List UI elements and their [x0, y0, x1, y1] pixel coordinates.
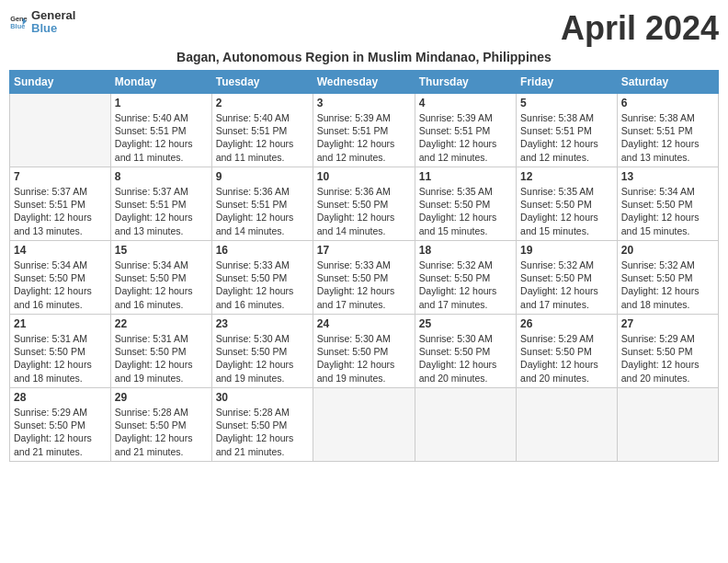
day-number: 9 — [216, 170, 309, 183]
day-info: Sunrise: 5:31 AM Sunset: 5:50 PM Dayligh… — [115, 332, 208, 385]
day-info: Sunrise: 5:40 AM Sunset: 5:51 PM Dayligh… — [216, 111, 309, 164]
day-number: 21 — [14, 317, 107, 330]
day-info: Sunrise: 5:37 AM Sunset: 5:51 PM Dayligh… — [14, 185, 107, 237]
day-info: Sunrise: 5:38 AM Sunset: 5:51 PM Dayligh… — [621, 111, 714, 164]
day-number: 27 — [621, 317, 714, 330]
day-info: Sunrise: 5:33 AM Sunset: 5:50 PM Dayligh… — [317, 259, 411, 311]
table-row — [10, 94, 111, 167]
month-title: April 2024 — [561, 9, 719, 48]
col-sunday: Sunday — [10, 71, 111, 94]
day-number: 23 — [216, 317, 309, 330]
table-row: 23Sunrise: 5:30 AM Sunset: 5:50 PM Dayli… — [211, 315, 313, 388]
calendar-table: Sunday Monday Tuesday Wednesday Thursday… — [9, 70, 719, 462]
page-subtitle: Bagan, Autonomous Region in Muslim Minda… — [9, 50, 719, 64]
calendar-header-row: Sunday Monday Tuesday Wednesday Thursday… — [10, 71, 719, 94]
table-row — [517, 388, 618, 462]
day-number: 13 — [621, 170, 714, 183]
calendar-week-row: 1Sunrise: 5:40 AM Sunset: 5:51 PM Daylig… — [10, 94, 719, 167]
logo-icon: General Blue — [9, 13, 28, 31]
table-row: 7Sunrise: 5:37 AM Sunset: 5:51 PM Daylig… — [10, 167, 111, 241]
day-info: Sunrise: 5:35 AM Sunset: 5:50 PM Dayligh… — [520, 185, 613, 237]
day-number: 18 — [419, 244, 512, 257]
day-number: 24 — [317, 317, 411, 330]
day-info: Sunrise: 5:39 AM Sunset: 5:51 PM Dayligh… — [419, 111, 512, 164]
day-info: Sunrise: 5:39 AM Sunset: 5:51 PM Dayligh… — [317, 111, 411, 164]
table-row: 21Sunrise: 5:31 AM Sunset: 5:50 PM Dayli… — [10, 315, 111, 388]
day-info: Sunrise: 5:38 AM Sunset: 5:51 PM Dayligh… — [520, 111, 613, 164]
day-number: 2 — [216, 97, 309, 109]
day-number: 7 — [14, 170, 107, 183]
calendar-week-row: 7Sunrise: 5:37 AM Sunset: 5:51 PM Daylig… — [10, 167, 719, 241]
table-row: 2Sunrise: 5:40 AM Sunset: 5:51 PM Daylig… — [211, 94, 313, 167]
table-row: 12Sunrise: 5:35 AM Sunset: 5:50 PM Dayli… — [517, 167, 618, 241]
day-number: 14 — [14, 244, 107, 257]
day-number: 11 — [419, 170, 512, 183]
day-number: 12 — [520, 170, 613, 183]
day-number: 4 — [419, 97, 512, 109]
day-number: 28 — [14, 391, 107, 404]
table-row: 25Sunrise: 5:30 AM Sunset: 5:50 PM Dayli… — [415, 315, 516, 388]
calendar-week-row: 28Sunrise: 5:29 AM Sunset: 5:50 PM Dayli… — [10, 388, 719, 462]
table-row — [617, 388, 718, 462]
table-row: 18Sunrise: 5:32 AM Sunset: 5:50 PM Dayli… — [415, 241, 516, 315]
table-row: 17Sunrise: 5:33 AM Sunset: 5:50 PM Dayli… — [313, 241, 415, 315]
table-row: 9Sunrise: 5:36 AM Sunset: 5:51 PM Daylig… — [211, 167, 313, 241]
day-info: Sunrise: 5:32 AM Sunset: 5:50 PM Dayligh… — [419, 259, 512, 311]
table-row: 19Sunrise: 5:32 AM Sunset: 5:50 PM Dayli… — [517, 241, 618, 315]
day-info: Sunrise: 5:37 AM Sunset: 5:51 PM Dayligh… — [115, 185, 208, 237]
table-row: 13Sunrise: 5:34 AM Sunset: 5:50 PM Dayli… — [617, 167, 718, 241]
table-row — [415, 388, 516, 462]
table-row: 16Sunrise: 5:33 AM Sunset: 5:50 PM Dayli… — [211, 241, 313, 315]
table-row: 28Sunrise: 5:29 AM Sunset: 5:50 PM Dayli… — [10, 388, 111, 462]
day-info: Sunrise: 5:35 AM Sunset: 5:50 PM Dayligh… — [419, 185, 512, 237]
day-info: Sunrise: 5:34 AM Sunset: 5:50 PM Dayligh… — [621, 185, 714, 237]
table-row: 15Sunrise: 5:34 AM Sunset: 5:50 PM Dayli… — [110, 241, 211, 315]
table-row: 3Sunrise: 5:39 AM Sunset: 5:51 PM Daylig… — [313, 94, 415, 167]
col-friday: Friday — [517, 71, 618, 94]
table-row: 27Sunrise: 5:29 AM Sunset: 5:50 PM Dayli… — [617, 315, 718, 388]
day-number: 29 — [115, 391, 208, 404]
table-row: 14Sunrise: 5:34 AM Sunset: 5:50 PM Dayli… — [10, 241, 111, 315]
day-number: 19 — [520, 244, 613, 257]
day-number: 25 — [419, 317, 512, 330]
col-wednesday: Wednesday — [313, 71, 415, 94]
table-row — [313, 388, 415, 462]
col-tuesday: Tuesday — [211, 71, 313, 94]
day-info: Sunrise: 5:31 AM Sunset: 5:50 PM Dayligh… — [14, 332, 107, 385]
day-info: Sunrise: 5:29 AM Sunset: 5:50 PM Dayligh… — [520, 332, 613, 385]
table-row: 29Sunrise: 5:28 AM Sunset: 5:50 PM Dayli… — [110, 388, 211, 462]
table-row: 10Sunrise: 5:36 AM Sunset: 5:50 PM Dayli… — [313, 167, 415, 241]
day-number: 26 — [520, 317, 613, 330]
day-info: Sunrise: 5:33 AM Sunset: 5:50 PM Dayligh… — [216, 259, 309, 311]
day-number: 30 — [216, 391, 309, 404]
day-info: Sunrise: 5:36 AM Sunset: 5:50 PM Dayligh… — [317, 185, 411, 237]
table-row: 5Sunrise: 5:38 AM Sunset: 5:51 PM Daylig… — [517, 94, 618, 167]
day-number: 5 — [520, 97, 613, 109]
day-number: 6 — [621, 97, 714, 109]
table-row: 24Sunrise: 5:30 AM Sunset: 5:50 PM Dayli… — [313, 315, 415, 388]
day-info: Sunrise: 5:30 AM Sunset: 5:50 PM Dayligh… — [317, 332, 411, 385]
day-info: Sunrise: 5:29 AM Sunset: 5:50 PM Dayligh… — [621, 332, 714, 385]
day-info: Sunrise: 5:29 AM Sunset: 5:50 PM Dayligh… — [14, 406, 107, 458]
day-info: Sunrise: 5:32 AM Sunset: 5:50 PM Dayligh… — [621, 259, 714, 311]
day-number: 16 — [216, 244, 309, 257]
day-info: Sunrise: 5:28 AM Sunset: 5:50 PM Dayligh… — [216, 406, 309, 458]
day-number: 22 — [115, 317, 208, 330]
table-row: 8Sunrise: 5:37 AM Sunset: 5:51 PM Daylig… — [110, 167, 211, 241]
day-number: 20 — [621, 244, 714, 257]
calendar-week-row: 14Sunrise: 5:34 AM Sunset: 5:50 PM Dayli… — [10, 241, 719, 315]
col-thursday: Thursday — [415, 71, 516, 94]
day-info: Sunrise: 5:30 AM Sunset: 5:50 PM Dayligh… — [419, 332, 512, 385]
table-row: 6Sunrise: 5:38 AM Sunset: 5:51 PM Daylig… — [617, 94, 718, 167]
page-container: General Blue GeneralBlue April 2024 Baga… — [9, 9, 719, 462]
table-row: 1Sunrise: 5:40 AM Sunset: 5:51 PM Daylig… — [110, 94, 211, 167]
day-number: 1 — [115, 97, 208, 109]
calendar-body: 1Sunrise: 5:40 AM Sunset: 5:51 PM Daylig… — [10, 94, 719, 462]
table-row: 30Sunrise: 5:28 AM Sunset: 5:50 PM Dayli… — [211, 388, 313, 462]
day-number: 17 — [317, 244, 411, 257]
day-number: 10 — [317, 170, 411, 183]
day-info: Sunrise: 5:28 AM Sunset: 5:50 PM Dayligh… — [115, 406, 208, 458]
col-saturday: Saturday — [617, 71, 718, 94]
logo-text: GeneralBlue — [31, 9, 75, 36]
day-info: Sunrise: 5:34 AM Sunset: 5:50 PM Dayligh… — [115, 259, 208, 311]
